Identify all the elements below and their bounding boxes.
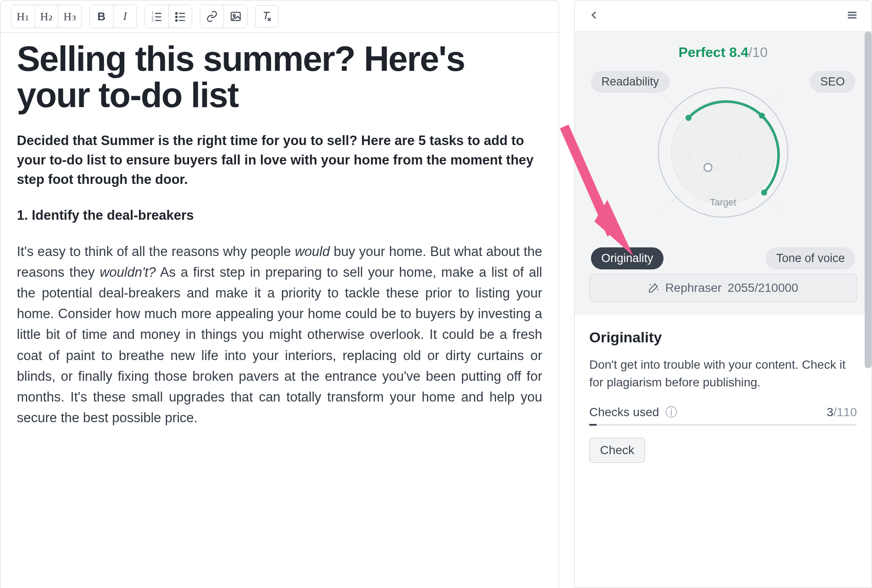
svg-point-13: [233, 14, 235, 16]
target-label: Target: [710, 197, 736, 208]
radar-chart: Readability SEO Originality Tone of voic…: [589, 73, 857, 232]
rephraser-label: Rephraser: [665, 281, 722, 295]
italic-button[interactable]: I: [113, 5, 136, 28]
svg-point-8: [175, 16, 177, 17]
rephraser-button[interactable]: Rephraser 2055/210000: [589, 274, 857, 302]
para-italic: wouldn't?: [100, 265, 156, 280]
para-italic: would: [295, 244, 330, 259]
back-button[interactable]: [588, 9, 600, 23]
checks-used: 3: [827, 405, 834, 419]
svg-point-25: [686, 115, 692, 121]
checks-progress-fill: [589, 424, 597, 426]
svg-text:3: 3: [152, 19, 153, 22]
originality-heading: Originality: [589, 329, 857, 346]
svg-point-10: [175, 20, 177, 22]
side-panel-body: Perfect 8.4/10: [575, 32, 872, 315]
svg-point-6: [175, 13, 177, 14]
score-label: Perfect: [679, 44, 726, 60]
info-icon[interactable]: ⓘ: [665, 405, 677, 419]
svg-point-26: [759, 113, 765, 119]
checks-label: Checks used: [589, 405, 659, 419]
pill-seo[interactable]: SEO: [810, 71, 855, 93]
scrollbar[interactable]: [865, 32, 872, 368]
editor-panel: H₁ H₂ H₃ B I 123 Sellin: [0, 0, 559, 588]
h3-button[interactable]: H₃: [58, 5, 81, 28]
checks-progress: [589, 424, 857, 426]
list-group: 123: [145, 5, 192, 28]
image-button[interactable]: [224, 5, 247, 28]
pill-tone[interactable]: Tone of voice: [766, 247, 855, 269]
link-button[interactable]: [200, 5, 224, 28]
score-value: 8.4: [729, 44, 748, 60]
para-text: As a first step in preparing to sell you…: [17, 265, 542, 425]
ordered-list-button[interactable]: 123: [145, 5, 168, 28]
document-title[interactable]: Selling this summer? Here's your to-do l…: [17, 41, 542, 113]
bullet-list-button[interactable]: [168, 5, 192, 28]
check-button[interactable]: Check: [589, 438, 645, 463]
h1-button[interactable]: H₁: [11, 5, 35, 28]
h2-button[interactable]: H₂: [35, 5, 58, 28]
para-text: It's easy to think of all the reasons wh…: [17, 244, 295, 259]
document-paragraph[interactable]: It's easy to think of all the reasons wh…: [17, 241, 542, 428]
editor-toolbar: H₁ H₂ H₃ B I 123: [0, 0, 559, 33]
menu-button[interactable]: [846, 9, 859, 23]
checks-row: Checks used ⓘ 3/110: [589, 404, 857, 420]
svg-point-27: [761, 190, 767, 196]
side-panel: Perfect 8.4/10: [574, 0, 872, 588]
score-max: /10: [749, 44, 768, 60]
svg-point-28: [704, 164, 712, 171]
score-line: Perfect 8.4/10: [589, 44, 857, 60]
scrollbar-thumb[interactable]: [865, 32, 872, 368]
document-intro[interactable]: Decided that Summer is the right time fo…: [17, 131, 542, 190]
bold-button[interactable]: B: [90, 5, 113, 28]
wand-icon: [648, 282, 659, 294]
pill-originality[interactable]: Originality: [591, 247, 663, 269]
style-group: B I: [89, 5, 137, 28]
editor-body[interactable]: Selling this summer? Here's your to-do l…: [0, 33, 559, 436]
rephraser-count: 2055/210000: [728, 281, 799, 295]
heading-group: H₁ H₂ H₃: [11, 5, 82, 28]
checks-total: /110: [834, 405, 857, 419]
originality-description: Don't get into trouble with your content…: [589, 356, 857, 391]
pill-readability[interactable]: Readability: [591, 71, 670, 93]
side-panel-header: [575, 0, 872, 32]
clear-format-button[interactable]: [255, 5, 278, 28]
insert-group: [200, 5, 247, 28]
section-heading[interactable]: 1. Identify the deal-breakers: [17, 208, 542, 223]
originality-section: Originality Don't get into trouble with …: [575, 315, 872, 588]
